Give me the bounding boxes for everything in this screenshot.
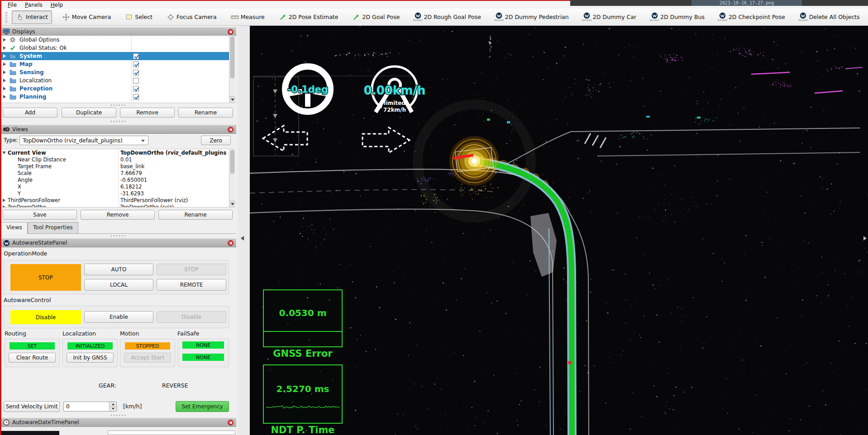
tool-measure[interactable]: Measure xyxy=(227,10,269,24)
enabled-checkbox[interactable] xyxy=(133,53,139,59)
property-value[interactable]: -0.650001 xyxy=(120,177,147,183)
tool-2d-dummy-pedestrian[interactable]: Autoware2D Dummy Pedestrian xyxy=(491,10,573,24)
property-value[interactable]: TopDownOrtho (rviz_default_plugins xyxy=(120,150,226,156)
menu-help[interactable]: Help xyxy=(47,2,67,8)
expander-icon[interactable] xyxy=(3,54,6,58)
set-emergency-button[interactable]: Set Emergency xyxy=(176,401,229,412)
property-value[interactable]: base_link xyxy=(120,163,145,170)
view-property-y[interactable]: Y-31.6293 xyxy=(0,190,235,197)
accept-start-button[interactable]: Accept Start xyxy=(124,353,171,363)
enabled-checkbox[interactable] xyxy=(133,86,139,92)
remove-view-button[interactable]: Remove xyxy=(81,210,155,220)
velocity-limit-stepper[interactable] xyxy=(63,402,117,411)
tool-select[interactable]: Select xyxy=(121,10,157,24)
datetime-panel-header[interactable]: AutowareDateTimePanel xyxy=(0,418,236,427)
enabled-checkbox[interactable] xyxy=(133,94,139,100)
view-property-angle[interactable]: Angle-0.650001 xyxy=(0,176,235,183)
displays-close-icon[interactable] xyxy=(228,29,234,35)
state-panel-close-icon[interactable] xyxy=(228,240,234,246)
expander-icon[interactable] xyxy=(3,38,6,42)
collapse-left-icon[interactable] xyxy=(241,236,244,241)
displays-row-localization[interactable]: Localization xyxy=(0,76,235,85)
tool-delete-all-objects[interactable]: AutowareDelete All Objects xyxy=(795,10,864,24)
views-close-icon[interactable] xyxy=(228,127,234,132)
views-panel-header[interactable]: Views xyxy=(0,125,236,134)
enable-button[interactable]: Enable xyxy=(84,311,153,323)
tool-2d-checkpoint-pose[interactable]: Autoware2D Checkpoint Pose xyxy=(715,10,789,24)
autoware-state-panel-header[interactable]: AutowareStatePanel xyxy=(0,238,236,247)
tab-views[interactable]: Views xyxy=(1,222,28,234)
tool-interact[interactable]: Interact xyxy=(12,10,52,24)
local-button[interactable]: LOCAL xyxy=(84,279,153,291)
enabled-checkbox[interactable] xyxy=(133,78,139,84)
property-value[interactable]: TopDownOrtho (rviz) xyxy=(120,204,174,208)
view-property-target-frame[interactable]: Target Framebase_link xyxy=(0,163,235,170)
displays-row-perception[interactable]: Perception xyxy=(0,85,235,93)
3d-viewport[interactable]: -0.1deg 0.00km/h limited 72km/h 0.0530 m… xyxy=(250,26,868,435)
view-property-topdownortho[interactable]: TopDownOrthoTopDownOrtho (rviz) xyxy=(0,203,235,208)
remote-button[interactable]: REMOTE xyxy=(157,279,226,291)
expander-icon[interactable] xyxy=(2,151,6,155)
view-property-current-view[interactable]: Current ViewTopDownOrtho (rviz_default_p… xyxy=(0,149,235,156)
displays-row-map[interactable]: Map xyxy=(0,60,235,68)
displays-row-global-options[interactable]: Global Options xyxy=(0,36,235,44)
expander-icon[interactable] xyxy=(3,46,6,50)
toolbar-grip[interactable] xyxy=(5,12,7,23)
tab-tool-properties[interactable]: Tool Properties xyxy=(28,222,78,233)
expander-icon[interactable] xyxy=(3,87,6,90)
property-value[interactable]: ThirdPersonFollower (rviz) xyxy=(120,197,188,203)
send-velocity-limit-button[interactable]: Send Velocity Limit xyxy=(4,401,60,412)
tool-move-camera[interactable]: Move Camera xyxy=(58,10,115,24)
disable-button[interactable]: Disable xyxy=(157,311,226,323)
expander-icon[interactable] xyxy=(3,79,6,82)
menu-panels[interactable]: Panels xyxy=(21,2,47,8)
displays-scrollbar[interactable] xyxy=(229,36,235,103)
tool-2d-rough-goal-pose[interactable]: Autoware2D Rough Goal Pose xyxy=(410,10,485,24)
resize-handle[interactable] xyxy=(110,121,126,122)
enabled-checkbox[interactable] xyxy=(133,61,139,67)
view-property-near-clip-distance[interactable]: Near Clip Distance0.01 xyxy=(0,156,235,163)
datetime-close-icon[interactable] xyxy=(228,420,234,426)
enabled-checkbox[interactable] xyxy=(133,70,139,76)
spin-down-icon[interactable] xyxy=(110,407,116,411)
save-view-button[interactable]: Save xyxy=(3,210,77,220)
displays-tree[interactable]: Global OptionsGlobal Status: OkSystemMap… xyxy=(0,36,235,103)
property-value[interactable]: -31.6293 xyxy=(120,190,144,197)
views-properties-tree[interactable]: Current ViewTopDownOrtho (rviz_default_p… xyxy=(0,149,235,208)
expander-icon[interactable] xyxy=(3,71,6,74)
displays-row-planning[interactable]: Planning xyxy=(0,93,235,101)
remove-display-button[interactable]: Remove xyxy=(120,108,175,118)
collapse-right-icon[interactable] xyxy=(863,236,867,241)
view-property-thirdpersonfollower[interactable]: ThirdPersonFollowerThirdPersonFollower (… xyxy=(0,197,235,203)
scroll-down-icon[interactable] xyxy=(229,96,235,103)
init-by-gnss-button[interactable]: Init by GNSS xyxy=(67,353,114,363)
displays-row-system[interactable]: System xyxy=(0,52,235,60)
displays-row-global-status-ok[interactable]: Global Status: Ok xyxy=(0,44,235,52)
clear-route-button[interactable]: Clear Route xyxy=(9,353,56,363)
expander-icon[interactable] xyxy=(3,62,6,66)
tool-2d-dummy-bus[interactable]: Autoware2D Dummy Bus xyxy=(646,10,709,24)
resize-handle[interactable] xyxy=(110,415,126,416)
rename-view-button[interactable]: Rename xyxy=(158,210,233,220)
tool-2d-goal-pose[interactable]: 2D Goal Pose xyxy=(348,10,404,24)
dock-splitter[interactable] xyxy=(238,26,250,435)
duplicate-display-button[interactable]: Duplicate xyxy=(62,108,116,118)
resize-handle[interactable] xyxy=(110,235,126,236)
spin-up-icon[interactable] xyxy=(110,402,116,407)
auto-button[interactable]: AUTO xyxy=(84,264,153,275)
displays-panel-header[interactable]: Displays xyxy=(0,27,236,36)
rename-display-button[interactable]: Rename xyxy=(178,108,233,118)
menu-file[interactable]: File xyxy=(4,2,21,8)
expander-icon[interactable] xyxy=(2,205,6,208)
property-value[interactable]: 6.18212 xyxy=(120,184,142,190)
displays-row-sensing[interactable]: Sensing xyxy=(0,68,235,76)
expander-icon[interactable] xyxy=(3,95,6,99)
property-value[interactable]: 0.01 xyxy=(120,156,132,163)
tool-focus-camera[interactable]: Focus Camera xyxy=(162,10,221,24)
view-type-select[interactable]: TopDownOrtho (rviz_default_plugins) xyxy=(19,136,148,145)
scroll-down-icon[interactable] xyxy=(229,201,235,207)
views-scrollbar[interactable] xyxy=(229,149,235,207)
view-property-x[interactable]: X6.18212 xyxy=(0,183,235,190)
zero-button[interactable]: Zero xyxy=(201,136,231,145)
view-property-scale[interactable]: Scale7.66679 xyxy=(0,170,235,176)
